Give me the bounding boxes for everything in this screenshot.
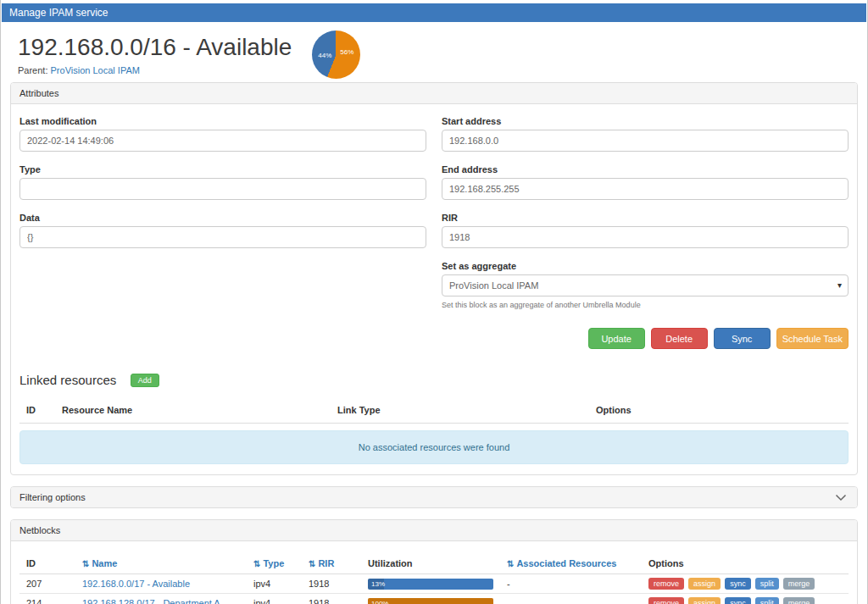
field-end-address: End address [442,164,849,200]
attributes-actions: Update Delete Sync Schedule Task [442,328,849,349]
last-modification-label: Last modification [19,116,426,126]
nb-col-type-label: Type [263,558,284,568]
chevron-down-icon[interactable] [835,493,847,503]
netblock-type: ipv4 [247,594,302,604]
type-input[interactable] [19,178,426,200]
empty-resources-alert: No associated resources were found [19,430,849,464]
filtering-options-title: Filtering options [19,492,86,502]
netblock-link[interactable]: 192.168.128.0/17 - Department A [82,598,220,604]
sync-row-button[interactable]: sync [725,597,751,604]
netblock-rir: 1918 [302,594,361,604]
netblock-options: remove assign sync split merge [642,574,849,594]
utilization-bar: 100% [368,598,493,604]
sort-icon: ⇅ [253,559,260,568]
sync-row-button[interactable]: sync [725,578,751,590]
nb-col-id: ID [19,553,75,574]
aggregate-help-text: Set this block as an aggregate of anothe… [442,301,849,309]
netblocks-header-row: ID ⇅Name ⇅Type ⇅RIR Utilization ⇅Associa… [19,553,849,574]
end-address-input[interactable] [442,178,849,200]
attributes-panel-body: Last modification Type Data Start addres [11,104,857,474]
start-address-input[interactable] [442,130,849,152]
split-button[interactable]: split [755,578,779,590]
linked-resources-section: Linked resources Add ID Resource Name Li… [19,373,849,464]
field-set-as-aggregate: Set as aggregate ProVision Local IPAM ▾ … [442,261,849,309]
lr-col-options: Options [589,400,849,424]
aggregate-label: Set as aggregate [442,261,849,271]
netblock-resources: - [500,574,642,594]
start-address-label: Start address [442,116,849,126]
parent-link[interactable]: ProVision Local IPAM [51,65,140,75]
sort-icon: ⇅ [82,559,89,568]
app-title: Manage IPAM service [9,7,108,19]
split-button[interactable]: split [755,597,779,604]
netblock-row: 214 192.168.128.0/17 - Department A ipv4… [19,594,849,604]
nb-col-rir-label: RIR [318,558,334,568]
nb-col-name-label: Name [92,558,117,568]
lr-col-resource-name: Resource Name [55,400,331,424]
filtering-options-panel: Filtering options [10,486,858,508]
parent-label: Parent: [18,65,47,75]
data-input[interactable] [19,226,426,248]
sync-button[interactable]: Sync [714,328,771,349]
pie-slice-label-blue: 44% [318,52,331,59]
merge-button[interactable]: merge [783,578,815,590]
caret-down-icon: ▾ [837,275,842,296]
assign-button[interactable]: assign [688,597,721,604]
add-linked-resource-button[interactable]: Add [131,374,159,387]
linked-resources-table: ID Resource Name Link Type Options [19,400,849,424]
netblock-id: 214 [19,594,75,604]
remove-button[interactable]: remove [648,578,684,590]
nb-col-name-sort[interactable]: ⇅Name [75,553,247,574]
netblock-resources: - [500,594,642,604]
nb-col-type-sort[interactable]: ⇅Type [247,553,302,574]
data-label: Data [19,213,426,223]
pie-slice-label-orange: 56% [340,48,353,56]
pie-chart: 44% 56% [312,30,360,79]
netblock-row: 207 192.168.0.0/17 - Available ipv4 1918… [19,574,849,594]
rir-input[interactable] [442,226,849,248]
update-button[interactable]: Update [588,328,645,349]
netblock-rir: 1918 [302,574,361,594]
netblocks-panel: Netblocks ID ⇅Name ⇅Type [10,519,858,604]
breadcrumb: Parent: ProVision Local IPAM [18,65,292,75]
assign-button[interactable]: assign [688,578,721,590]
field-start-address: Start address [442,116,849,152]
schedule-task-button[interactable]: Schedule Task [776,328,849,349]
lr-col-link-type: Link Type [331,400,589,424]
utilization-bar-label: 13% [371,579,385,590]
nb-col-resources-label: Associated Resources [516,558,616,568]
field-type: Type [19,164,426,200]
page-title: 192.168.0.0/16 - Available [18,34,292,61]
netblocks-panel-body: ID ⇅Name ⇅Type ⇅RIR Utilization ⇅Associa… [11,541,857,604]
rir-label: RIR [442,213,849,223]
sort-icon: ⇅ [309,559,315,568]
nb-col-utilization: Utilization [361,553,500,574]
netblocks-table: ID ⇅Name ⇅Type ⇅RIR Utilization ⇅Associa… [19,553,849,604]
sort-icon: ⇅ [507,559,514,568]
page: Manage IPAM service 192.168.0.0/16 - Ava… [0,0,868,604]
netblock-link[interactable]: 192.168.0.0/17 - Available [82,579,190,589]
last-modification-input[interactable] [19,130,426,152]
aggregate-select[interactable]: ProVision Local IPAM ▾ [442,274,849,296]
end-address-label: End address [442,164,849,175]
lr-col-id: ID [19,400,55,424]
merge-button[interactable]: merge [783,597,815,604]
page-header-text: 192.168.0.0/16 - Available Parent: ProVi… [18,34,292,75]
remove-button[interactable]: remove [648,597,684,604]
linked-resources-header-row: ID Resource Name Link Type Options [19,400,849,424]
filtering-options-heading[interactable]: Filtering options [11,487,857,507]
page-header: 192.168.0.0/16 - Available Parent: ProVi… [1,22,867,82]
nb-col-rir-sort[interactable]: ⇅RIR [302,553,361,574]
nb-col-resources-sort[interactable]: ⇅Associated Resources [500,553,642,574]
attributes-form: Last modification Type Data Start addres [19,116,849,349]
netblock-type: ipv4 [247,574,302,594]
delete-button[interactable]: Delete [651,328,708,349]
aggregate-selected-value: ProVision Local IPAM [449,280,538,291]
netblock-id: 207 [19,574,75,594]
utilization-bar: 13% [368,579,493,590]
utilization-bar-label: 100% [371,598,388,604]
netblock-options: remove assign sync split merge [642,594,849,604]
linked-resources-title: Linked resources [19,373,116,387]
type-label: Type [19,164,426,175]
nb-col-options: Options [642,553,849,574]
